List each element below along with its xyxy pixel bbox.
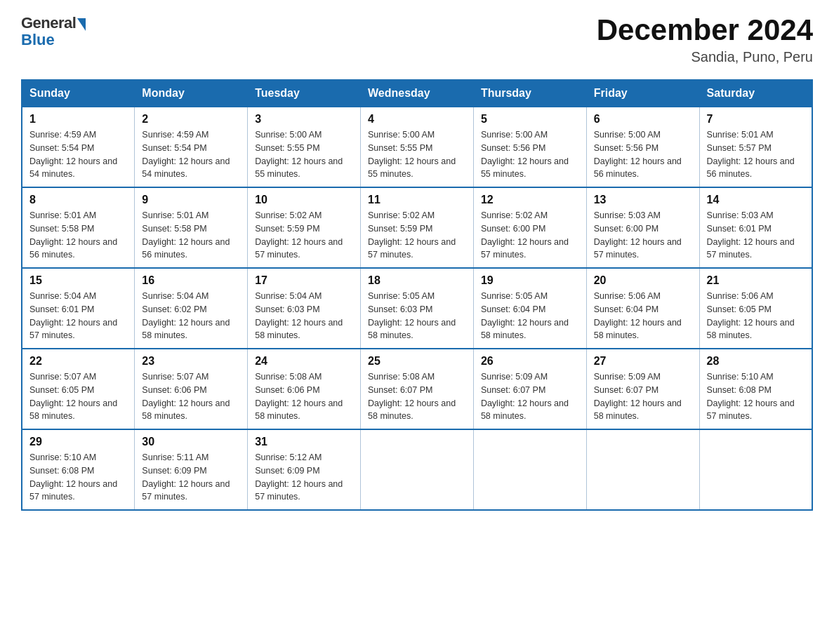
calendar-cell — [586, 429, 699, 510]
day-number: 31 — [255, 436, 353, 448]
calendar-cell: 7Sunrise: 5:01 AMSunset: 5:57 PMDaylight… — [699, 107, 812, 188]
calendar-cell: 20Sunrise: 5:06 AMSunset: 6:04 PMDayligh… — [586, 268, 699, 349]
day-info: Sunrise: 5:02 AMSunset: 5:59 PMDaylight:… — [368, 209, 466, 262]
calendar-cell: 21Sunrise: 5:06 AMSunset: 6:05 PMDayligh… — [699, 268, 812, 349]
day-number: 3 — [255, 113, 353, 126]
calendar-cell: 11Sunrise: 5:02 AMSunset: 5:59 PMDayligh… — [361, 187, 474, 268]
day-number: 29 — [29, 436, 127, 448]
calendar-cell: 8Sunrise: 5:01 AMSunset: 5:58 PMDaylight… — [22, 187, 135, 268]
day-number: 8 — [29, 194, 127, 206]
calendar-cell: 12Sunrise: 5:02 AMSunset: 6:00 PMDayligh… — [473, 187, 586, 268]
calendar-cell: 17Sunrise: 5:04 AMSunset: 6:03 PMDayligh… — [248, 268, 361, 349]
calendar-week-2: 8Sunrise: 5:01 AMSunset: 5:58 PMDaylight… — [22, 187, 812, 268]
day-info: Sunrise: 4:59 AMSunset: 5:54 PMDaylight:… — [142, 128, 240, 181]
day-info: Sunrise: 5:08 AMSunset: 6:07 PMDaylight:… — [368, 370, 466, 423]
day-info: Sunrise: 5:10 AMSunset: 6:08 PMDaylight:… — [29, 451, 127, 504]
day-number: 13 — [594, 194, 692, 206]
calendar-cell: 19Sunrise: 5:05 AMSunset: 6:04 PMDayligh… — [473, 268, 586, 349]
header-saturday: Saturday — [699, 80, 812, 107]
day-number: 6 — [594, 113, 692, 126]
day-number: 2 — [142, 113, 240, 126]
day-number: 20 — [594, 274, 692, 287]
day-info: Sunrise: 5:01 AMSunset: 5:57 PMDaylight:… — [707, 128, 805, 181]
logo-arrow-icon — [77, 18, 86, 31]
day-info: Sunrise: 5:03 AMSunset: 6:01 PMDaylight:… — [707, 209, 805, 262]
day-number: 22 — [29, 355, 127, 368]
header-sunday: Sunday — [22, 80, 135, 107]
day-info: Sunrise: 5:00 AMSunset: 5:55 PMDaylight:… — [255, 128, 353, 181]
day-info: Sunrise: 5:05 AMSunset: 6:03 PMDaylight:… — [368, 290, 466, 342]
day-info: Sunrise: 4:59 AMSunset: 5:54 PMDaylight:… — [29, 128, 127, 181]
day-info: Sunrise: 5:08 AMSunset: 6:06 PMDaylight:… — [255, 370, 353, 423]
calendar-cell: 28Sunrise: 5:10 AMSunset: 6:08 PMDayligh… — [699, 349, 812, 429]
day-info: Sunrise: 5:00 AMSunset: 5:55 PMDaylight:… — [368, 128, 466, 181]
day-number: 4 — [368, 113, 466, 126]
calendar-cell: 24Sunrise: 5:08 AMSunset: 6:06 PMDayligh… — [248, 349, 361, 429]
calendar-cell — [473, 429, 586, 510]
day-number: 28 — [707, 355, 805, 368]
main-title: December 2024 — [597, 14, 813, 46]
header-tuesday: Tuesday — [248, 80, 361, 107]
logo-text-blue: Blue — [21, 31, 55, 49]
day-number: 1 — [29, 113, 127, 126]
calendar-cell: 25Sunrise: 5:08 AMSunset: 6:07 PMDayligh… — [361, 349, 474, 429]
day-number: 27 — [594, 355, 692, 368]
day-number: 11 — [368, 194, 466, 206]
title-section: December 2024 Sandia, Puno, Peru — [597, 14, 813, 65]
day-info: Sunrise: 5:12 AMSunset: 6:09 PMDaylight:… — [255, 451, 353, 504]
calendar-week-3: 15Sunrise: 5:04 AMSunset: 6:01 PMDayligh… — [22, 268, 812, 349]
day-number: 18 — [368, 274, 466, 287]
day-info: Sunrise: 5:09 AMSunset: 6:07 PMDaylight:… — [481, 370, 579, 423]
header-monday: Monday — [135, 80, 248, 107]
logo-text-general: General — [21, 14, 76, 32]
logo: General Blue — [21, 14, 86, 49]
calendar-cell: 1Sunrise: 4:59 AMSunset: 5:54 PMDaylight… — [22, 107, 135, 188]
day-number: 23 — [142, 355, 240, 368]
day-number: 25 — [368, 355, 466, 368]
header-wednesday: Wednesday — [361, 80, 474, 107]
day-info: Sunrise: 5:02 AMSunset: 6:00 PMDaylight:… — [481, 209, 579, 262]
calendar-week-5: 29Sunrise: 5:10 AMSunset: 6:08 PMDayligh… — [22, 429, 812, 510]
calendar-cell: 9Sunrise: 5:01 AMSunset: 5:58 PMDaylight… — [135, 187, 248, 268]
calendar-table: SundayMondayTuesdayWednesdayThursdayFrid… — [21, 79, 813, 511]
calendar-header-row: SundayMondayTuesdayWednesdayThursdayFrid… — [22, 80, 812, 107]
day-number: 30 — [142, 436, 240, 448]
calendar-cell — [361, 429, 474, 510]
calendar-cell: 3Sunrise: 5:00 AMSunset: 5:55 PMDaylight… — [248, 107, 361, 188]
day-number: 15 — [29, 274, 127, 287]
calendar-cell — [699, 429, 812, 510]
subtitle: Sandia, Puno, Peru — [597, 49, 813, 65]
day-number: 24 — [255, 355, 353, 368]
day-number: 12 — [481, 194, 579, 206]
day-info: Sunrise: 5:10 AMSunset: 6:08 PMDaylight:… — [707, 370, 805, 423]
day-info: Sunrise: 5:04 AMSunset: 6:03 PMDaylight:… — [255, 290, 353, 342]
calendar-cell: 31Sunrise: 5:12 AMSunset: 6:09 PMDayligh… — [248, 429, 361, 510]
day-number: 17 — [255, 274, 353, 287]
calendar-cell: 22Sunrise: 5:07 AMSunset: 6:05 PMDayligh… — [22, 349, 135, 429]
calendar-cell: 13Sunrise: 5:03 AMSunset: 6:00 PMDayligh… — [586, 187, 699, 268]
calendar-cell: 2Sunrise: 4:59 AMSunset: 5:54 PMDaylight… — [135, 107, 248, 188]
calendar-cell: 18Sunrise: 5:05 AMSunset: 6:03 PMDayligh… — [361, 268, 474, 349]
calendar-week-4: 22Sunrise: 5:07 AMSunset: 6:05 PMDayligh… — [22, 349, 812, 429]
day-info: Sunrise: 5:09 AMSunset: 6:07 PMDaylight:… — [594, 370, 692, 423]
day-info: Sunrise: 5:07 AMSunset: 6:05 PMDaylight:… — [29, 370, 127, 423]
day-number: 26 — [481, 355, 579, 368]
day-info: Sunrise: 5:00 AMSunset: 5:56 PMDaylight:… — [594, 128, 692, 181]
calendar-cell: 29Sunrise: 5:10 AMSunset: 6:08 PMDayligh… — [22, 429, 135, 510]
day-info: Sunrise: 5:02 AMSunset: 5:59 PMDaylight:… — [255, 209, 353, 262]
day-info: Sunrise: 5:03 AMSunset: 6:00 PMDaylight:… — [594, 209, 692, 262]
day-info: Sunrise: 5:05 AMSunset: 6:04 PMDaylight:… — [481, 290, 579, 342]
day-info: Sunrise: 5:01 AMSunset: 5:58 PMDaylight:… — [142, 209, 240, 262]
day-info: Sunrise: 5:01 AMSunset: 5:58 PMDaylight:… — [29, 209, 127, 262]
calendar-week-1: 1Sunrise: 4:59 AMSunset: 5:54 PMDaylight… — [22, 107, 812, 188]
calendar-cell: 4Sunrise: 5:00 AMSunset: 5:55 PMDaylight… — [361, 107, 474, 188]
day-info: Sunrise: 5:06 AMSunset: 6:04 PMDaylight:… — [594, 290, 692, 342]
day-number: 7 — [707, 113, 805, 126]
day-info: Sunrise: 5:04 AMSunset: 6:02 PMDaylight:… — [142, 290, 240, 342]
day-info: Sunrise: 5:04 AMSunset: 6:01 PMDaylight:… — [29, 290, 127, 342]
calendar-cell: 26Sunrise: 5:09 AMSunset: 6:07 PMDayligh… — [473, 349, 586, 429]
day-info: Sunrise: 5:06 AMSunset: 6:05 PMDaylight:… — [707, 290, 805, 342]
calendar-cell: 5Sunrise: 5:00 AMSunset: 5:56 PMDaylight… — [473, 107, 586, 188]
day-info: Sunrise: 5:00 AMSunset: 5:56 PMDaylight:… — [481, 128, 579, 181]
day-number: 9 — [142, 194, 240, 206]
